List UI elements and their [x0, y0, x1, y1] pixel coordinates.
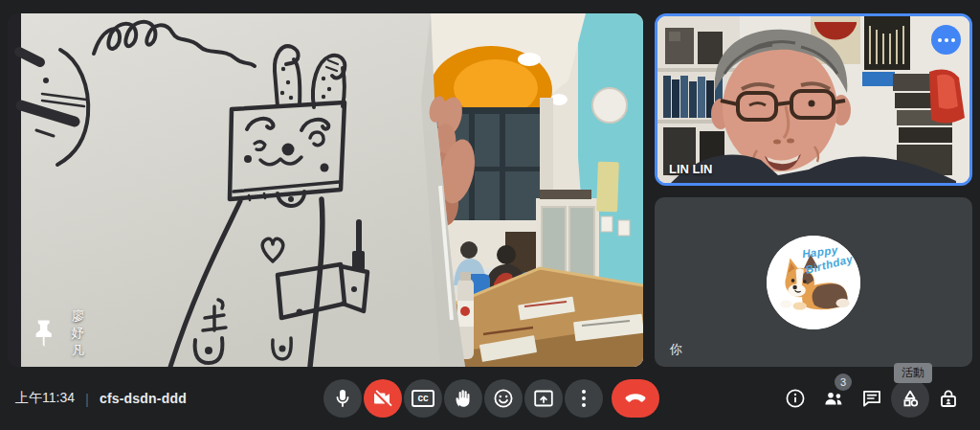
host-controls-lock-icon — [937, 387, 960, 410]
end-call-icon — [623, 386, 648, 411]
microphone-icon — [331, 387, 354, 410]
meeting-code: cfs-dsdn-ddd — [100, 391, 187, 406]
call-controls: cc — [323, 379, 659, 418]
raise-hand-icon — [452, 387, 475, 410]
meeting-info: 上午11:34 | cfs-dsdn-ddd — [15, 367, 187, 430]
chat-button[interactable] — [854, 379, 890, 418]
main-video-tile[interactable]: 廖妤凡 — [8, 13, 643, 367]
separator: | — [85, 391, 89, 407]
speaker-video-tile[interactable]: LIN LIN — [655, 13, 972, 186]
camera-off-button[interactable] — [364, 379, 402, 418]
meeting-details-button[interactable] — [777, 379, 813, 418]
pinned-participant-name: 廖妤凡 — [72, 307, 91, 359]
camera-off-icon — [371, 387, 394, 410]
smiley-icon — [492, 387, 515, 410]
pinned-participant-chip: 廖妤凡 — [27, 307, 91, 359]
pin-icon — [27, 317, 60, 351]
self-avatar: Happy Birthday — [767, 236, 860, 329]
speaker-name-label: LIN LIN — [669, 162, 713, 176]
more-options-icon — [582, 390, 586, 407]
meet-window: 廖妤凡 — [0, 0, 980, 430]
clock-time: 上午11:34 — [15, 390, 75, 407]
host-controls-button[interactable] — [930, 379, 967, 418]
reactions-button[interactable] — [484, 379, 523, 418]
activities-icon — [899, 387, 922, 410]
chat-icon — [860, 387, 883, 410]
participants-button[interactable]: 3 — [815, 379, 852, 418]
present-screen-button[interactable] — [524, 379, 563, 418]
panel-controls: 3 — [777, 379, 967, 418]
more-horizontal-icon — [938, 38, 942, 42]
activities-tooltip: 活動 — [894, 363, 932, 383]
tile-more-options-button[interactable] — [931, 25, 961, 55]
info-icon — [784, 387, 807, 410]
activities-button[interactable] — [892, 379, 928, 418]
participants-count-badge: 3 — [835, 373, 852, 391]
raise-hand-button[interactable] — [444, 379, 482, 418]
present-screen-icon — [532, 387, 555, 410]
captions-button[interactable]: cc — [404, 379, 442, 418]
main-video-feed — [8, 13, 643, 367]
captions-icon: cc — [412, 390, 434, 407]
microphone-button[interactable] — [323, 379, 362, 418]
self-name-label: 你 — [670, 341, 682, 358]
end-call-button[interactable] — [612, 379, 659, 418]
speaker-video-feed — [657, 16, 969, 183]
self-video-tile[interactable]: Happy Birthday 你 — [655, 197, 972, 367]
more-options-button[interactable] — [565, 379, 603, 418]
bottom-control-bar: 上午11:34 | cfs-dsdn-ddd cc — [0, 367, 980, 430]
